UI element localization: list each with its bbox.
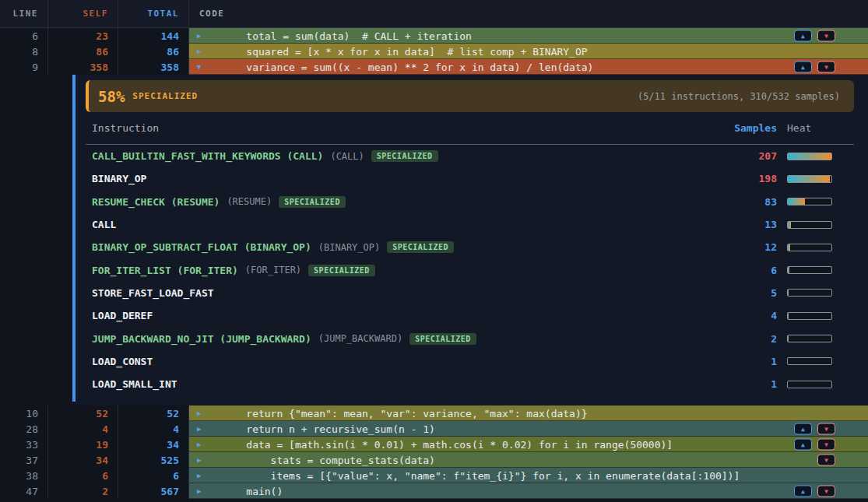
profiler-view: LINE SELF TOTAL CODE 623144▶ total = sum… xyxy=(0,0,868,502)
column-header-line: LINE xyxy=(0,0,48,27)
jump-up-button[interactable]: ▲ xyxy=(794,61,812,73)
code-row: 9358358▼ variance = sum((x - mean) ** 2 … xyxy=(0,59,868,75)
code-line[interactable]: ▶ squared = [x * x for x in data] # list… xyxy=(189,44,868,59)
code-line[interactable]: ▶ items = [{"value": x, "name": f"item_{… xyxy=(189,468,868,483)
expansion-indicator-line xyxy=(72,75,76,402)
instruction-name-group: BINARY_OP xyxy=(92,173,722,184)
jump-down-button[interactable]: ▼ xyxy=(817,439,835,451)
instruction-rows: CALL_BUILTIN_FAST_WITH_KEYWORDS (CALL)(C… xyxy=(86,145,854,395)
code-line[interactable]: ▶ return {"mean": mean, "var": variance,… xyxy=(189,405,868,421)
instruction-name: FOR_ITER_LIST (FOR_ITER) xyxy=(92,265,238,276)
heat-bar xyxy=(787,198,832,205)
jump-down-button[interactable]: ▼ xyxy=(817,423,835,435)
samples-count: 198 xyxy=(722,173,777,184)
collapse-toggle-icon[interactable]: ▼ xyxy=(197,64,201,71)
column-header-total: TOTAL xyxy=(118,0,189,27)
heat-bar xyxy=(787,289,832,297)
self-samples: 2 xyxy=(48,483,118,499)
code-rows-bottom: 105252▶ return {"mean": mean, "var": var… xyxy=(0,405,868,499)
column-header-code: CODE xyxy=(189,0,868,27)
table-header: LINE SELF TOTAL CODE xyxy=(0,0,868,28)
expand-toggle-icon[interactable]: ▶ xyxy=(197,33,201,40)
instruction-row: JUMP_BACKWARD_NO_JIT (JUMP_BACKWARD)(JUM… xyxy=(86,327,854,349)
instruction-row: BINARY_OP_SUBTRACT_FLOAT (BINARY_OP)(BIN… xyxy=(86,236,854,258)
expand-toggle-icon[interactable]: ▶ xyxy=(197,488,201,495)
jump-up-button[interactable]: ▲ xyxy=(794,439,812,451)
heat-bar xyxy=(787,221,832,229)
self-samples: 34 xyxy=(48,452,118,468)
code-line[interactable]: ▶ main()▲▼ xyxy=(189,483,868,499)
instruction-name: LOAD_SMALL_INT xyxy=(92,378,177,390)
instruction-name-group: RESUME_CHECK (RESUME)(RESUME)SPECIALIZED xyxy=(92,196,722,208)
line-number: 33 xyxy=(0,437,48,452)
samples-count: 2 xyxy=(722,333,777,345)
heat-bar-fill xyxy=(788,198,805,205)
code-text: stats = compute_stats(data) xyxy=(189,455,435,466)
heat-bar xyxy=(787,312,832,320)
heat-bar-fill xyxy=(788,290,789,296)
expand-toggle-icon[interactable]: ▶ xyxy=(197,457,201,464)
code-line[interactable]: ▶ total = sum(data) # CALL + iteration▲▼ xyxy=(189,28,868,44)
instruction-base-name: (CALL) xyxy=(330,151,364,162)
jump-down-button[interactable]: ▼ xyxy=(817,61,835,73)
line-number: 38 xyxy=(0,468,48,483)
code-row: 472567▶ main()▲▼ xyxy=(0,483,868,499)
heat-bar-fill xyxy=(788,153,831,160)
expanded-line-detail: 58% SPECIALIZED (5/11 instructions, 310/… xyxy=(0,75,868,405)
specialized-badge: SPECIALIZED xyxy=(279,196,346,208)
specialized-percent: 58% xyxy=(98,88,125,105)
specialized-badge: SPECIALIZED xyxy=(409,333,476,345)
self-samples: 358 xyxy=(48,59,118,75)
jump-down-button[interactable]: ▼ xyxy=(817,455,835,466)
instruction-name-group: CALL_BUILTIN_FAST_WITH_KEYWORDS (CALL)(C… xyxy=(92,150,722,162)
samples-count: 5 xyxy=(722,287,777,299)
line-number: 6 xyxy=(0,28,48,44)
heat-bar xyxy=(787,381,832,388)
instruction-name-group: JUMP_BACKWARD_NO_JIT (JUMP_BACKWARD)(JUM… xyxy=(92,333,722,345)
jump-down-button[interactable]: ▼ xyxy=(817,486,835,497)
instruction-name-group: CALL xyxy=(92,219,722,230)
code-line[interactable]: ▼ variance = sum((x - mean) ** 2 for x i… xyxy=(189,59,868,75)
code-text: return {"mean": mean, "var": variance, "… xyxy=(189,408,588,420)
jump-up-button[interactable]: ▲ xyxy=(794,423,812,435)
code-line[interactable]: ▶ stats = compute_stats(data)▼ xyxy=(189,452,868,468)
code-row: 105252▶ return {"mean": mean, "var": var… xyxy=(0,405,868,421)
line-number: 37 xyxy=(0,452,48,468)
instruction-name: STORE_FAST_LOAD_FAST xyxy=(92,287,214,299)
instruction-column-header: Instruction xyxy=(92,122,722,134)
code-row: 2844▶ return n + recursive_sum(n - 1)▲▼ xyxy=(0,421,868,437)
expand-toggle-icon[interactable]: ▶ xyxy=(197,426,201,433)
self-samples: 52 xyxy=(48,405,118,421)
instruction-name: LOAD_DEREF xyxy=(92,310,153,321)
instruction-row: LOAD_DEREF4 xyxy=(86,304,854,327)
samples-column-header[interactable]: Samples xyxy=(722,122,777,134)
samples-count: 6 xyxy=(722,265,777,276)
expand-toggle-icon[interactable]: ▶ xyxy=(197,441,201,448)
jump-up-button[interactable]: ▲ xyxy=(794,486,812,497)
specialization-summary-banner: 58% SPECIALIZED (5/11 instructions, 310/… xyxy=(86,80,854,112)
expand-toggle-icon[interactable]: ▶ xyxy=(197,48,201,55)
code-line[interactable]: ▶ data = [math.sin(i * 0.01) + math.cos(… xyxy=(189,437,868,452)
row-nav-buttons: ▲▼ xyxy=(794,486,835,497)
specialized-label: SPECIALIZED xyxy=(132,91,198,101)
row-nav-buttons: ▲▼ xyxy=(794,423,835,435)
jump-down-button[interactable]: ▼ xyxy=(817,30,835,42)
expand-toggle-icon[interactable]: ▶ xyxy=(197,472,201,479)
expand-toggle-icon[interactable]: ▶ xyxy=(197,410,201,417)
self-samples: 23 xyxy=(48,28,118,44)
heat-bar-fill xyxy=(788,176,830,182)
jump-up-button[interactable]: ▲ xyxy=(794,30,812,42)
heat-bar xyxy=(787,335,832,342)
samples-count: 4 xyxy=(722,310,777,321)
code-line[interactable]: ▶ return n + recursive_sum(n - 1)▲▼ xyxy=(189,421,868,437)
row-nav-buttons: ▲▼ xyxy=(794,439,835,451)
instruction-row: CALL_BUILTIN_FAST_WITH_KEYWORDS (CALL)(C… xyxy=(86,145,854,167)
instruction-name: CALL xyxy=(92,219,116,230)
samples-count: 12 xyxy=(722,241,777,253)
code-row: 623144▶ total = sum(data) # CALL + itera… xyxy=(0,28,868,44)
heat-bar-fill xyxy=(788,313,789,319)
line-number: 9 xyxy=(0,59,48,75)
instruction-name-group: LOAD_DEREF xyxy=(92,310,722,321)
column-header-self: SELF xyxy=(48,0,118,27)
code-text: return n + recursive_sum(n - 1) xyxy=(189,423,435,435)
